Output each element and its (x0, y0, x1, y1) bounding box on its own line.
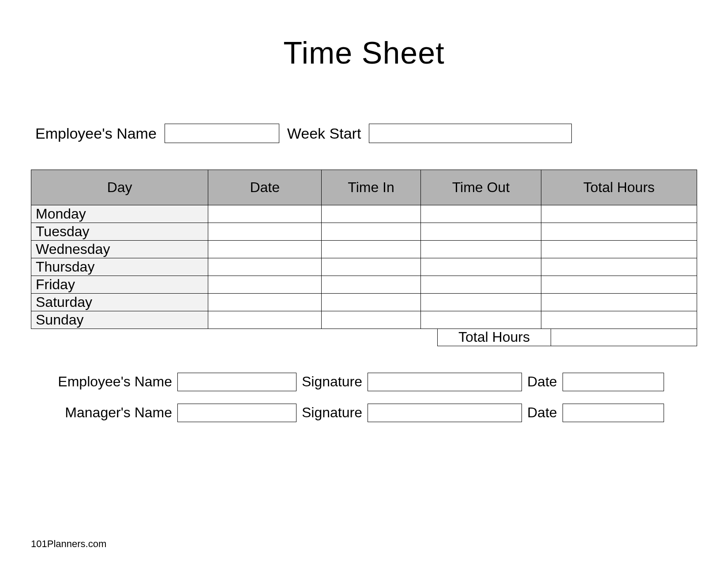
manager-signature-row: Manager's Name Signature Date (49, 404, 688, 422)
col-header-day: Day (31, 170, 208, 205)
employee-name-sig-label: Employee's Name (49, 374, 172, 390)
total-hours-cell[interactable] (541, 241, 697, 258)
manager-signature-input[interactable] (368, 404, 522, 422)
day-cell: Thursday (31, 258, 208, 276)
timesheet-table: Day Date Time In Time Out Total Hours Mo… (31, 170, 697, 329)
footer-attribution: 101Planners.com (31, 538, 106, 550)
time-out-cell[interactable] (420, 223, 541, 241)
time-in-cell[interactable] (322, 258, 421, 276)
time-out-cell[interactable] (420, 311, 541, 329)
col-header-time-in: Time In (322, 170, 421, 205)
time-in-cell[interactable] (322, 241, 421, 258)
total-hours-cell[interactable] (541, 294, 697, 311)
date-cell[interactable] (208, 241, 322, 258)
col-header-time-out: Time Out (420, 170, 541, 205)
time-out-cell[interactable] (420, 276, 541, 294)
week-start-input[interactable] (369, 124, 572, 143)
totals-value-cell[interactable] (551, 329, 697, 346)
employee-name-label: Employee's Name (35, 125, 157, 142)
day-cell: Wednesday (31, 241, 208, 258)
time-out-cell[interactable] (420, 205, 541, 223)
table-row: Monday (31, 205, 697, 223)
time-in-cell[interactable] (322, 311, 421, 329)
total-hours-cell[interactable] (541, 311, 697, 329)
table-row: Tuesday (31, 223, 697, 241)
time-in-cell[interactable] (322, 294, 421, 311)
manager-name-sig-input[interactable] (177, 404, 296, 422)
time-in-cell[interactable] (322, 276, 421, 294)
total-hours-cell[interactable] (541, 223, 697, 241)
signature-block: Employee's Name Signature Date Manager's… (31, 373, 697, 422)
employee-name-sig-input[interactable] (177, 373, 296, 391)
date-cell[interactable] (208, 258, 322, 276)
employee-date-input[interactable] (563, 373, 664, 391)
employee-name-input[interactable] (165, 124, 279, 143)
date-cell[interactable] (208, 205, 322, 223)
col-header-total-hours: Total Hours (541, 170, 697, 205)
manager-signature-label: Signature (302, 404, 362, 421)
col-header-date: Date (208, 170, 322, 205)
table-row: Saturday (31, 294, 697, 311)
day-cell: Tuesday (31, 223, 208, 241)
table-row: Friday (31, 276, 697, 294)
employee-signature-row: Employee's Name Signature Date (49, 373, 688, 391)
total-hours-cell[interactable] (541, 205, 697, 223)
day-cell: Monday (31, 205, 208, 223)
totals-row: Total Hours (31, 329, 697, 346)
employee-signature-input[interactable] (368, 373, 522, 391)
date-cell[interactable] (208, 311, 322, 329)
total-hours-cell[interactable] (541, 258, 697, 276)
total-hours-cell[interactable] (541, 276, 697, 294)
time-out-cell[interactable] (420, 258, 541, 276)
date-cell[interactable] (208, 223, 322, 241)
manager-date-input[interactable] (563, 404, 664, 422)
time-out-cell[interactable] (420, 241, 541, 258)
top-fields-row: Employee's Name Week Start (31, 124, 697, 143)
employee-date-label: Date (527, 374, 557, 390)
date-cell[interactable] (208, 276, 322, 294)
time-out-cell[interactable] (420, 294, 541, 311)
employee-signature-label: Signature (302, 374, 362, 390)
table-row: Thursday (31, 258, 697, 276)
day-cell: Sunday (31, 311, 208, 329)
week-start-label: Week Start (287, 125, 361, 142)
table-row: Sunday (31, 311, 697, 329)
day-cell: Saturday (31, 294, 208, 311)
page-title: Time Sheet (31, 35, 697, 71)
time-in-cell[interactable] (322, 205, 421, 223)
manager-name-sig-label: Manager's Name (49, 404, 172, 421)
day-cell: Friday (31, 276, 208, 294)
date-cell[interactable] (208, 294, 322, 311)
time-in-cell[interactable] (322, 223, 421, 241)
totals-label: Total Hours (437, 329, 551, 346)
table-row: Wednesday (31, 241, 697, 258)
manager-date-label: Date (527, 404, 557, 421)
